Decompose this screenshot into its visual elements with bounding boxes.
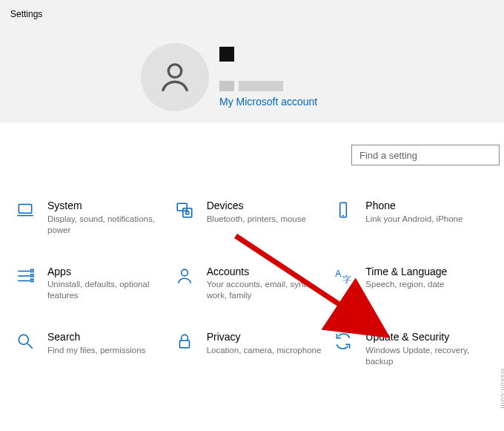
tile-desc: Location, camera, microphone	[207, 345, 322, 356]
svg-rect-10	[31, 269, 33, 272]
tile-title: Apps	[47, 266, 165, 278]
svg-point-16	[19, 335, 28, 345]
header-zone: Settings My Microsoft account	[0, 0, 504, 122]
tile-title: System	[47, 200, 165, 212]
svg-rect-2	[177, 203, 187, 211]
tile-privacy[interactable]: Privacy Location, camera, microphone	[174, 331, 331, 367]
tile-accounts[interactable]: Accounts Your accounts, email, sync, wor…	[174, 266, 331, 302]
svg-rect-18	[179, 340, 189, 348]
tile-time-language[interactable]: A字 Time & Language Speech, region, date	[333, 266, 489, 302]
settings-tiles: System Display, sound, notifications, po…	[0, 165, 504, 367]
tile-desc: Speech, region, date	[365, 279, 447, 290]
apps-icon	[15, 266, 36, 286]
svg-point-13	[181, 269, 188, 276]
svg-text:字: 字	[342, 274, 351, 284]
redacted-name-row	[219, 47, 317, 62]
tile-desc: Uninstall, defaults, optional features	[47, 279, 165, 301]
watermark: wsxdn.com	[500, 368, 504, 409]
tile-title: Privacy	[207, 331, 322, 343]
tile-apps[interactable]: Apps Uninstall, defaults, optional featu…	[15, 266, 171, 302]
tile-desc: Your accounts, email, sync, work, family	[207, 279, 325, 301]
svg-rect-1	[19, 204, 31, 213]
accounts-icon	[174, 266, 195, 286]
tile-desc: Display, sound, notifications, power	[47, 214, 165, 236]
profile-block: My Microsoft account	[141, 43, 317, 111]
svg-line-17	[27, 344, 33, 349]
window-title: Settings	[10, 9, 42, 19]
search-input[interactable]	[351, 145, 500, 165]
tile-title: Time & Language	[365, 266, 447, 278]
svg-text:A: A	[335, 269, 341, 279]
phone-icon	[333, 200, 354, 220]
tile-search[interactable]: Search Find my files, permissions	[15, 331, 171, 367]
tile-title: Search	[47, 331, 145, 343]
tile-desc: Find my files, permissions	[47, 345, 145, 356]
tile-desc: Bluetooth, printers, mouse	[207, 214, 306, 225]
language-icon: A字	[333, 266, 354, 286]
tile-desc: Windows Update, recovery, backup	[365, 345, 483, 367]
tile-desc: Link your Android, iPhone	[365, 214, 462, 225]
svg-point-4	[185, 211, 188, 214]
avatar	[141, 43, 209, 111]
sync-icon	[333, 331, 354, 352]
profile-text: My Microsoft account	[219, 47, 317, 108]
svg-rect-12	[31, 279, 33, 281]
my-microsoft-account-link[interactable]: My Microsoft account	[219, 96, 317, 108]
tile-update-security[interactable]: Update & Security Windows Update, recove…	[333, 331, 489, 367]
svg-point-0	[168, 65, 182, 78]
person-icon	[156, 59, 193, 96]
tile-system[interactable]: System Display, sound, notifications, po…	[15, 200, 171, 236]
lock-icon	[174, 331, 195, 352]
tile-title: Devices	[207, 200, 306, 212]
svg-rect-11	[31, 274, 33, 277]
tile-title: Update & Security	[365, 331, 483, 343]
search-row	[0, 122, 504, 165]
redacted-name-row-2	[219, 66, 317, 91]
laptop-icon	[15, 200, 36, 220]
tile-devices[interactable]: Devices Bluetooth, printers, mouse	[174, 200, 331, 236]
tile-title: Phone	[365, 200, 462, 212]
devices-icon	[174, 200, 195, 220]
tile-title: Accounts	[207, 266, 325, 278]
search-icon	[15, 331, 36, 352]
tile-phone[interactable]: Phone Link your Android, iPhone	[333, 200, 489, 236]
